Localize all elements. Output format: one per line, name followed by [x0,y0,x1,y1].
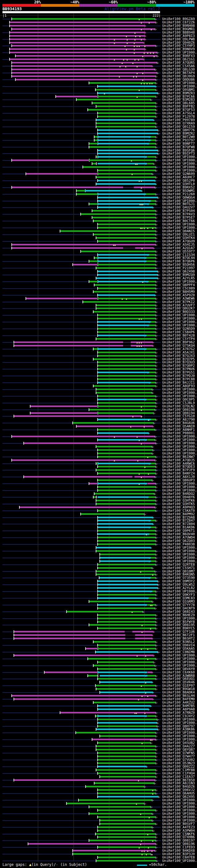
large-gap-marker-icon: ▲ [152,227,153,229]
large-gap-marker-icon: ▲ [141,180,142,182]
alignment-end-arrow-icon: ▷ [156,559,157,563]
alignment-bar-segment [12,62,157,63]
alignment-bar-segment [98,254,149,255]
alignment-bar-segment [98,759,156,761]
alignment-bar-segment [98,479,152,481]
alignment-bar-segment [73,853,151,855]
alignment-end-arrow-icon: ▷ [156,263,157,266]
alignment-bar-segment [98,143,149,145]
alignment-end-arrow-icon: ▷ [156,216,157,219]
segment-start-tick [23,442,24,445]
segment-start-tick [13,630,14,633]
subject-label[interactable]: UniRef100_UPI000.. [162,859,197,863]
segment-start-tick [96,573,96,576]
segment-start-tick [13,415,14,417]
alignment-end-arrow-icon: ▷ [156,694,157,698]
alignment-bar-segment [96,574,156,575]
segment-start-tick [97,374,98,377]
alignment-end-arrow-icon: ▷ [156,115,157,118]
alignment-bar-segment [96,392,152,394]
alignment-end-arrow-icon: ▷ [152,478,154,482]
alignment-bar-segment [15,55,157,57]
large-gap-marker-icon: ▲ [122,62,123,64]
alignment-end-arrow-icon: ▷ [156,331,157,334]
segment-start-tick [97,240,98,243]
alignment-bar-segment [98,755,156,757]
alignment-bar-segment [9,48,145,50]
alignment-end-arrow-icon: ▷ [158,277,159,280]
segment-start-tick [85,785,86,788]
alignment-bar-segment [96,267,156,269]
large-gap-marker-icon: ▲ [120,66,121,68]
segment-start-tick [89,146,89,148]
alignment-end-arrow-icon: ▷ [156,788,157,792]
alignment-bar-segment [94,140,98,141]
alignment-end-arrow-icon: ▷ [156,233,157,236]
segment-start-tick [96,338,96,340]
segment-start-tick [96,550,96,552]
alignment-bar-segment [98,257,146,259]
alignment-bar-segment [146,399,156,400]
alignment-bar-segment [94,257,98,259]
segment-start-tick [97,526,98,529]
alignment-end-arrow-icon: ▷ [156,489,157,492]
alignment-end-arrow-icon: ▷ [156,772,157,775]
segment-start-tick [97,112,98,115]
alignment-end-arrow-icon: ▷ [143,610,145,613]
alignment-bar-segment [30,405,98,407]
alignment-row[interactable]: ▷UniRef100_UPI000.. [0,859,197,863]
alignment-bar-segment [151,382,156,383]
alignment-bar-segment [98,816,156,818]
alignment-bar-segment [12,159,89,161]
alignment-end-arrow-icon: ▷ [156,596,157,600]
alignment-end-arrow-icon: ▷ [156,323,157,327]
alignment-bar-segment [98,846,156,848]
alignment-bar-segment [9,22,156,23]
alignment-bar-segment [76,190,85,191]
alignment-end-arrow-icon: ▷ [156,684,157,687]
alignment-end-arrow-icon: ▷ [156,243,157,246]
segment-start-tick [97,614,98,616]
alignment-bar-segment [132,631,154,632]
segment-start-tick [97,519,98,522]
alignment-end-arrow-icon: ▷ [155,664,157,667]
alignment-bar-segment [9,52,157,53]
alignment-end-arrow-icon: ▷ [156,108,157,112]
alignment-bar-segment [98,449,153,451]
alignment-bar-segment [26,298,98,299]
segment-start-tick [97,438,98,441]
large-gap-marker-icon: ▲ [138,180,140,182]
alignment-bar-segment [147,163,154,164]
alignment-end-arrow-icon: ▶ [155,179,156,182]
large-gap-marker-icon: ▲ [149,816,150,819]
large-gap-marker-icon: ▲ [138,89,140,91]
large-gap-marker-icon: ▲ [141,648,142,650]
alignment-end-arrow-icon: ▷ [157,61,159,64]
segment-start-tick [60,711,60,714]
alignment-end-arrow-icon: ▷ [155,438,157,441]
large-gap-marker-icon: ▲ [134,712,135,714]
large-gap-marker-icon: ▲ [136,66,138,68]
alignment-bar-segment [93,641,156,643]
alignment-end-arrow-icon: ▷ [156,280,157,283]
segment-start-tick [94,782,95,784]
alignment-bar-segment [92,102,156,104]
large-gap-marker-icon: ▲ [152,793,153,795]
alignment-bar-segment [14,698,153,700]
alignment-end-arrow-icon: ▷ [155,435,157,438]
alignment-bar-segment [99,577,151,579]
alignment-bar-segment [12,244,156,245]
alignment-end-arrow-icon: ▷ [156,613,157,617]
alignment-end-arrow-icon: ▶ [145,24,146,27]
segment-start-tick [96,462,96,465]
large-gap-marker-icon: ▲ [136,436,138,438]
alignment-bar-segment [98,597,149,599]
alignment-end-arrow-icon: ▶ [150,704,152,708]
alignment-bar-segment [98,335,146,336]
segment-start-tick [97,809,98,812]
alignment-bar-segment [98,594,156,595]
large-gap-marker-icon: ▲ [152,739,153,741]
alignment-end-arrow-icon: ▷ [153,448,155,452]
segment-start-tick [89,812,89,815]
segment-start-tick [99,823,100,825]
